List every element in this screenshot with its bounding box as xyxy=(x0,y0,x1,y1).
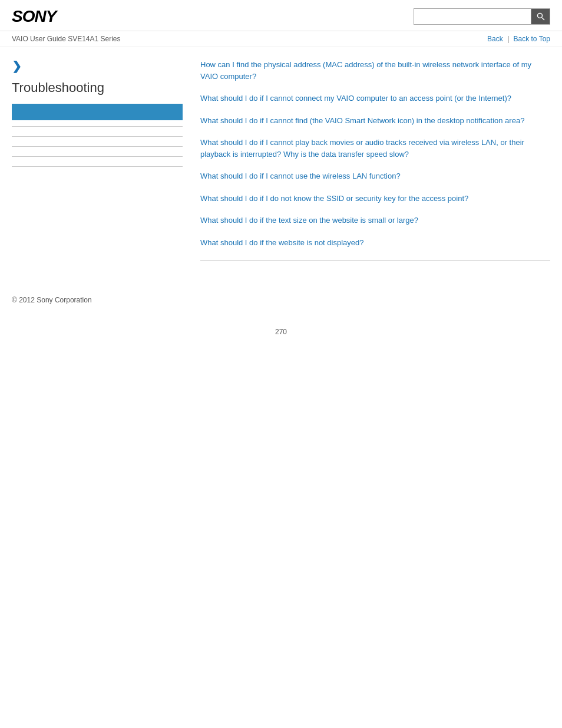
search-area xyxy=(414,8,550,25)
content-link[interactable]: What should I do if I cannot play back m… xyxy=(200,138,524,159)
content-link[interactable]: What should I do if I cannot use the wir… xyxy=(200,172,401,180)
nav-bar: VAIO User Guide SVE14A1 Series Back | Ba… xyxy=(0,31,562,47)
list-item: What should I do if I cannot find (the V… xyxy=(200,115,550,127)
sidebar-links xyxy=(12,126,183,176)
content-link[interactable]: What should I do if I cannot connect my … xyxy=(200,94,511,103)
svg-line-1 xyxy=(542,18,544,20)
list-item[interactable] xyxy=(12,136,183,146)
breadcrumb-arrow[interactable]: ❯ xyxy=(12,59,183,73)
content-link[interactable]: What should I do if I do not know the SS… xyxy=(200,194,468,203)
main-content: ❯ Troubleshooting How can I find the phy… xyxy=(0,47,562,284)
svg-point-0 xyxy=(537,14,542,18)
list-item[interactable] xyxy=(12,146,183,156)
content-area: How can I find the physical address (MAC… xyxy=(194,59,550,272)
search-input[interactable] xyxy=(414,8,531,25)
nav-links: Back | Back to Top xyxy=(487,35,550,43)
content-link[interactable]: What should I do if the text size on the… xyxy=(200,216,418,225)
list-item[interactable] xyxy=(12,156,183,166)
search-button[interactable] xyxy=(531,8,550,25)
guide-title: VAIO User Guide SVE14A1 Series xyxy=(12,35,121,43)
content-link[interactable]: What should I do if the website is not d… xyxy=(200,238,364,247)
list-item: What should I do if I cannot use the wir… xyxy=(200,170,550,182)
list-item: What should I do if the website is not d… xyxy=(200,237,550,249)
content-divider xyxy=(200,260,550,261)
list-item[interactable] xyxy=(12,166,183,176)
active-nav-item[interactable] xyxy=(12,104,183,120)
list-item: What should I do if I cannot connect my … xyxy=(200,93,550,104)
back-to-top-link[interactable]: Back to Top xyxy=(514,35,550,43)
list-item: What should I do if the text size on the… xyxy=(200,215,550,226)
footer: © 2012 Sony Corporation xyxy=(0,284,562,316)
list-item: What should I do if I cannot play back m… xyxy=(200,137,550,160)
content-link[interactable]: What should I do if I cannot find (the V… xyxy=(200,116,524,125)
section-title: Troubleshooting xyxy=(12,80,183,95)
content-links: How can I find the physical address (MAC… xyxy=(200,59,550,248)
content-link[interactable]: How can I find the physical address (MAC… xyxy=(200,60,531,81)
list-item[interactable] xyxy=(12,126,183,136)
list-item: What should I do if I do not know the SS… xyxy=(200,193,550,205)
sidebar: ❯ Troubleshooting xyxy=(12,59,194,272)
separator: | xyxy=(507,35,509,43)
sony-logo: SONY xyxy=(12,7,56,26)
list-item: How can I find the physical address (MAC… xyxy=(200,59,550,82)
search-icon xyxy=(536,12,546,21)
back-link[interactable]: Back xyxy=(487,35,503,43)
header: SONY xyxy=(0,0,562,31)
page-number: 270 xyxy=(0,316,562,342)
copyright: © 2012 Sony Corporation xyxy=(12,296,92,304)
